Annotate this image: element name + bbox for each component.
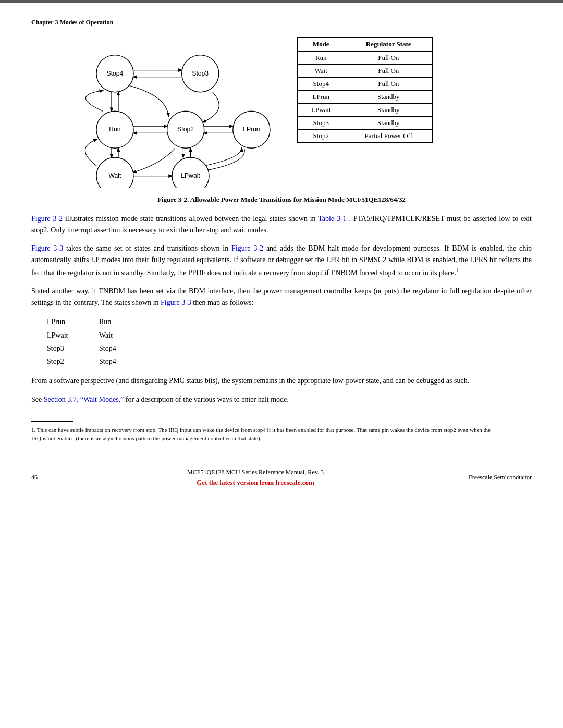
footnote-text: 1. This can have subtle impacts on recov… [31,426,500,443]
manual-title: MCF51QE128 MCU Series Reference Manual, … [73,468,438,476]
table-row: RunFull On [298,52,433,65]
company-name: Freescale Semiconductor [438,474,532,482]
regulator-state-cell: Full On [345,52,433,65]
mode-cell: Run [298,52,345,65]
svg-text:Wait: Wait [109,172,121,179]
svg-text:LPwait: LPwait [181,172,200,179]
paragraph-3: Stated another way, if ENBDM has been se… [31,286,532,308]
figure-3-2-link-p1[interactable]: Figure 3-2 [31,215,63,223]
mode-cell: Stop4 [298,78,345,91]
mode-cell: Stop3 [298,117,345,130]
figure-caption: Figure 3-2. Allowable Power Mode Transit… [31,195,532,204]
regulator-state-cell: Full On [345,78,433,91]
svg-text:Run: Run [109,126,120,133]
mode-table: Mode Regulator State RunFull OnWaitFull … [297,37,433,143]
page-number: 46 [31,474,73,482]
svg-text:Stop4: Stop4 [107,70,124,77]
figure-3-3-link-p3[interactable]: Figure 3-3 [161,299,191,306]
table-row: Stop2Partial Power Off [298,130,433,143]
bullet-list: LPrunRunLPwaitWaitStop3Stop4Stop2Stop4 [47,315,532,368]
regulator-state-cell: Standby [345,91,433,104]
state-diagram-svg: Stop4 Stop3 Run Stop2 LPrun Wait LPwait [31,37,282,188]
col-mode-header: Mode [298,38,345,52]
diagram-container: Stop4 Stop3 Run Stop2 LPrun Wait LPwait [31,37,282,190]
list-item: Stop2Stop4 [47,355,532,368]
page-container: Chapter 3 Modes of Operation [0,3,563,497]
figure-3-2-link-p2[interactable]: Figure 3-2 [231,244,263,252]
mode-cell: LPwait [298,104,345,117]
list-item: Stop3Stop4 [47,342,532,355]
chapter-title: Chapter 3 Modes of Operation [31,19,113,26]
mode-table-container: Mode Regulator State RunFull OnWaitFull … [297,37,433,143]
freescale-link[interactable]: Get the latest version from freescale.co… [73,478,438,487]
regulator-state-cell: Full On [345,65,433,78]
list-item: LPwaitWait [47,329,532,342]
figure-area: Stop4 Stop3 Run Stop2 LPrun Wait LPwait [31,37,532,190]
paragraph-1: Figure 3-2 illustrates mission mode stat… [31,213,532,236]
list-item: LPrunRun [47,315,532,328]
figure-3-3-link-p2a[interactable]: Figure 3-3 [31,244,63,252]
mode-cell: Stop2 [298,130,345,143]
paragraph-5: See Section 3.7, “Wait Modes,” for a des… [31,394,532,405]
table-row: WaitFull On [298,65,433,78]
table-row: Stop4Full On [298,78,433,91]
table-row: LPwaitStandby [298,104,433,117]
table-3-1-link[interactable]: Table 3-1 [318,215,346,223]
svg-text:Stop2: Stop2 [177,126,194,133]
chapter-header: Chapter 3 Modes of Operation [31,19,532,27]
paragraph-2: Figure 3-3 takes the same set of states … [31,243,532,278]
col-regulator-header: Regulator State [345,38,433,52]
regulator-state-cell: Standby [345,117,433,130]
svg-text:Stop3: Stop3 [192,70,209,77]
mode-cell: Wait [298,65,345,78]
footnote-divider [31,421,73,422]
regulator-state-cell: Standby [345,104,433,117]
regulator-state-cell: Partial Power Off [345,130,433,143]
mode-cell: LPrun [298,91,345,104]
table-row: LPrunStandby [298,91,433,104]
section-3-7-link[interactable]: Section 3.7, “Wait Modes,” [44,396,124,403]
paragraph-4: From a software perspective (and disrega… [31,375,532,387]
svg-text:LPrun: LPrun [243,126,260,133]
page-footer: 46 MCF51QE128 MCU Series Reference Manua… [31,464,532,487]
table-row: Stop3Standby [298,117,433,130]
